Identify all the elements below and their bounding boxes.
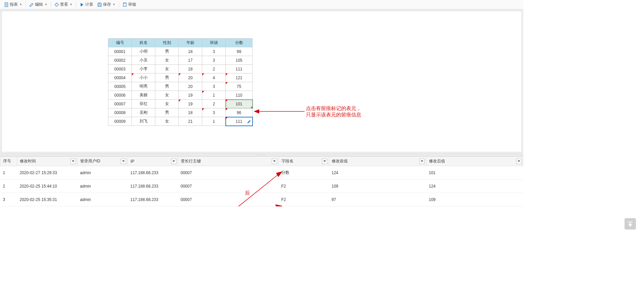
cell-id[interactable]: 00008 — [108, 108, 132, 117]
cell-age[interactable]: 18 — [179, 65, 202, 73]
audit-row[interactable]: 22020-02-25 15:44:10admin117.188.68.2330… — [0, 180, 523, 193]
cell-name[interactable]: 小小 — [132, 73, 155, 82]
cell-sex[interactable]: 女 — [155, 91, 179, 100]
cell-name[interactable]: 吴刚 — [132, 108, 155, 117]
header-label: 修改时间 — [20, 159, 36, 163]
cell-age[interactable]: 18 — [179, 108, 202, 117]
cell-age[interactable]: 19 — [179, 100, 202, 108]
toolbar-view[interactable]: 查看 ▼ — [52, 1, 74, 8]
cell-id[interactable]: 00005 — [108, 82, 132, 91]
audit-trail-panel: ✕ 序号 修改时间 登录用户ID IP 变长行主键 字段名 修改前值 修改后值 … — [0, 156, 523, 206]
play-icon — [79, 2, 84, 7]
toolbar-label: 编辑 — [35, 2, 43, 7]
cell-age[interactable]: 17 — [179, 56, 202, 65]
filter-icon[interactable] — [121, 159, 126, 164]
cell-score[interactable]: 96 — [226, 108, 253, 117]
cell-class[interactable]: 2 — [202, 65, 226, 73]
cell-sex[interactable]: 女 — [155, 65, 179, 73]
cell-id[interactable]: 00003 — [108, 65, 132, 73]
cell-name[interactable]: 小明 — [132, 47, 155, 56]
filter-icon[interactable] — [171, 159, 176, 164]
audit-header-ip[interactable]: IP — [128, 157, 178, 166]
audit-header-before[interactable]: 修改前值 — [329, 157, 426, 166]
cell-name[interactable]: 刘飞 — [132, 117, 155, 126]
audit-header-key[interactable]: 变长行主键 — [178, 157, 279, 166]
audit-header-field[interactable]: 字段名 — [279, 157, 329, 166]
cell-sex[interactable]: 男 — [155, 108, 179, 117]
cell-class[interactable]: 3 — [202, 82, 226, 91]
header-sex[interactable]: 性别 — [155, 39, 179, 47]
header-age[interactable]: 年龄 — [179, 39, 202, 47]
cell-age[interactable]: 20 — [179, 73, 202, 82]
table-row: 00003小李女182111 — [108, 65, 253, 73]
filter-icon[interactable] — [516, 159, 522, 164]
cell-age[interactable]: 20 — [179, 82, 202, 91]
filter-icon[interactable] — [272, 159, 277, 164]
cell-name[interactable]: 小李 — [132, 65, 155, 73]
cell-sex[interactable]: 女 — [155, 100, 179, 108]
cell-class[interactable]: 2 — [202, 100, 226, 108]
cell-sex[interactable]: 男 — [155, 47, 179, 56]
cell-id[interactable]: 00004 — [108, 73, 132, 82]
cell-score[interactable]: 101 — [226, 100, 253, 108]
header-label: IP — [130, 159, 134, 164]
cell-name[interactable]: 菲红 — [132, 100, 155, 108]
cell-score[interactable]: 110 — [226, 91, 253, 100]
cell-score[interactable]: 99 — [226, 47, 253, 56]
cell-class[interactable]: 1 — [202, 91, 226, 100]
filter-icon[interactable] — [322, 159, 327, 164]
audit-header-time[interactable]: 修改时间 — [17, 157, 77, 166]
cell-id[interactable]: 00006 — [108, 91, 132, 100]
table-row: 00006美丽女191110 — [108, 91, 253, 100]
cell-class[interactable]: 3 — [202, 47, 226, 56]
cell-name[interactable]: 明亮 — [132, 82, 155, 91]
cell-age[interactable]: 18 — [179, 47, 202, 56]
cell-score[interactable]: 121 — [226, 73, 253, 82]
cell-age[interactable]: 21 — [179, 117, 202, 126]
toolbar-compute[interactable]: 计算 — [77, 1, 95, 8]
cell-id[interactable]: 00001 — [108, 47, 132, 56]
header-class[interactable]: 班级 — [202, 39, 226, 47]
cell-id[interactable]: 00007 — [108, 100, 132, 108]
cell-class[interactable]: 3 — [202, 108, 226, 117]
cell-sex[interactable]: 女 — [155, 117, 179, 126]
cell-id[interactable]: 00002 — [108, 56, 132, 65]
header-name[interactable]: 姓名 — [132, 39, 155, 47]
audit-header-seq[interactable]: 序号 — [0, 157, 17, 166]
cell-name[interactable]: 小吴 — [132, 56, 155, 65]
audit-header-after[interactable]: 修改后值 — [426, 157, 523, 166]
cell-class[interactable]: 3 — [202, 56, 226, 65]
audit-cell-seq: 1 — [0, 166, 17, 180]
audit-row[interactable]: 12020-02-27 15:29:33admin117.188.68.2330… — [0, 166, 523, 180]
cell-class[interactable]: 1 — [202, 117, 226, 126]
worksheet[interactable]: 编号 姓名 性别 年龄 班级 分数 00001小明男1839900002小吴女1… — [2, 11, 521, 152]
toolbar-label: 保存 — [103, 2, 111, 7]
toolbar-edit[interactable]: 编辑 ▼ — [27, 1, 49, 8]
toolbar-report[interactable]: 报表 ▼ — [2, 1, 24, 8]
cell-id[interactable]: 00009 — [108, 117, 132, 126]
cell-sex[interactable]: 男 — [155, 82, 179, 91]
pencil-icon — [29, 2, 34, 7]
audit-header-user[interactable]: 登录用户ID — [77, 157, 128, 166]
student-table: 编号 姓名 性别 年龄 班级 分数 00001小明男1839900002小吴女1… — [108, 38, 253, 126]
cell-score[interactable]: 75 — [226, 82, 253, 91]
annotation-click-hint: 点击有留痕标记的表元， 只显示该表元的留痕信息 — [306, 105, 361, 118]
cell-sex[interactable]: 女 — [155, 56, 179, 65]
audit-row[interactable]: 32020-02-25 15:35:31admin117.188.68.2330… — [0, 193, 523, 206]
cell-age[interactable]: 19 — [179, 91, 202, 100]
audit-cell-key: 00007 — [178, 193, 279, 206]
filter-icon[interactable] — [419, 159, 425, 164]
cell-name[interactable]: 美丽 — [132, 91, 155, 100]
cell-score[interactable]: 111 — [226, 65, 253, 73]
cell-score[interactable]: 111 — [226, 117, 253, 126]
toolbar-audit[interactable]: 审核 — [120, 1, 138, 8]
cell-sex[interactable]: 男 — [155, 73, 179, 82]
header-id[interactable]: 编号 — [108, 39, 132, 47]
audit-cell-before: 124 — [329, 166, 426, 180]
filter-icon[interactable] — [70, 159, 76, 164]
toolbar-save[interactable]: 保存 ▼ — [95, 1, 117, 8]
header-score[interactable]: 分数 — [226, 39, 253, 47]
cell-class[interactable]: 4 — [202, 73, 226, 82]
cell-score[interactable]: 105 — [226, 56, 253, 65]
splitter-handle[interactable]: ······ — [0, 154, 523, 156]
